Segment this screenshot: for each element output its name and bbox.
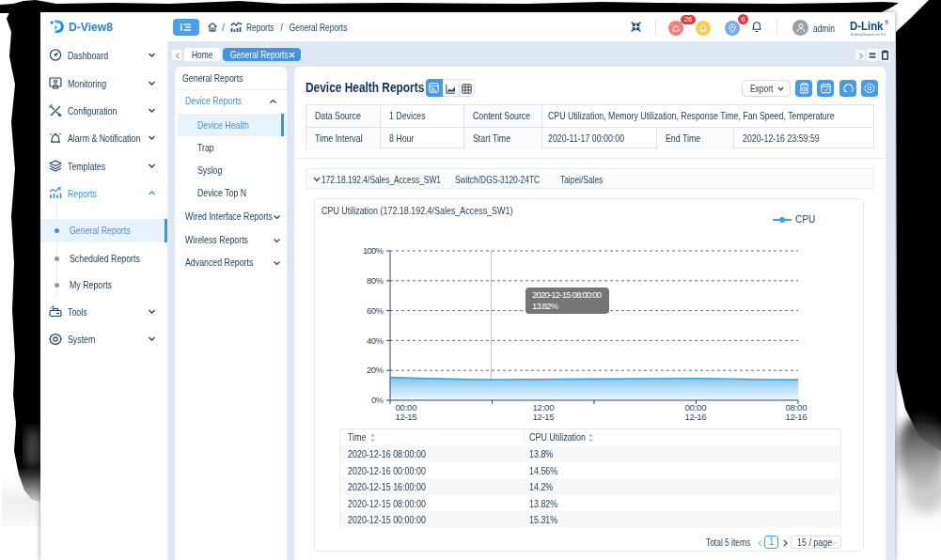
- svg-text:20%: 20%: [367, 365, 384, 375]
- svg-text:0%: 0%: [371, 395, 384, 405]
- svg-text:100%: 100%: [363, 245, 384, 256]
- svg-text:12-16: 12-16: [685, 412, 707, 422]
- svg-text:12-15: 12-15: [396, 412, 417, 422]
- svg-text:13.82%: 13.82%: [532, 301, 559, 311]
- svg-text:12-15: 12-15: [533, 412, 555, 422]
- svg-text:60%: 60%: [367, 305, 384, 316]
- svg-text:80%: 80%: [367, 275, 384, 286]
- svg-text:12-16: 12-16: [786, 412, 808, 422]
- svg-text:40%: 40%: [367, 335, 384, 346]
- svg-text:2020-12-15 08:00:00: 2020-12-15 08:00:00: [532, 289, 602, 300]
